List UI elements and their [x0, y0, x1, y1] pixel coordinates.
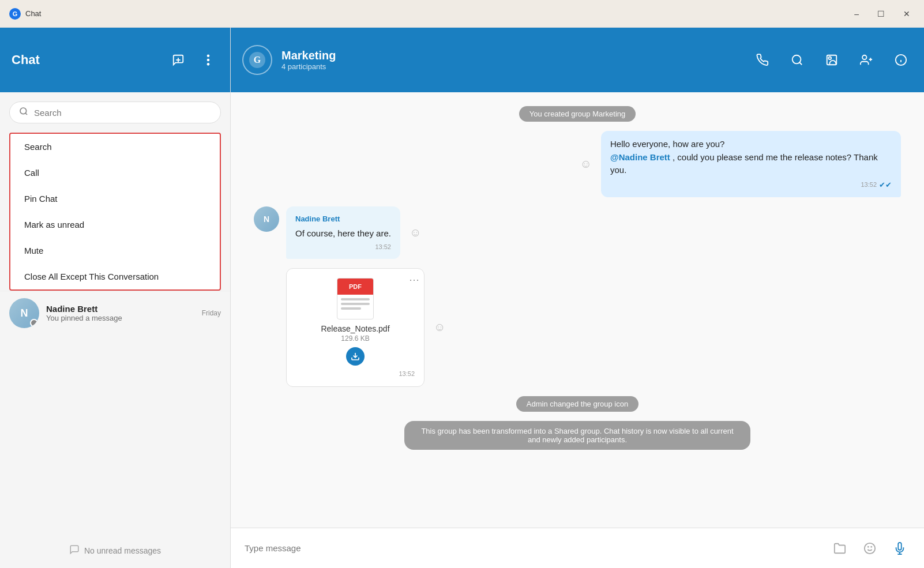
context-menu-pin[interactable]: Pin Chat [10, 186, 220, 212]
mention: @Nadine Brett [610, 152, 670, 162]
avatar: N [9, 298, 39, 328]
context-menu-mute[interactable]: Mute [10, 238, 220, 264]
message-sender: Nadine Brett [295, 213, 391, 225]
context-menu-mark-unread[interactable]: Mark as unread [10, 212, 220, 238]
chat-meta: Friday [202, 309, 221, 317]
emoji-reaction-button[interactable]: ☺ [578, 155, 594, 173]
chat-preview: You pinned a message [46, 314, 195, 322]
sidebar-title: Chat [12, 52, 40, 67]
group-avatar: G [242, 45, 272, 75]
app-container: Chat [0, 28, 924, 568]
message-row-own: ☺ Hello everyone, how are you? @Nadine B… [254, 131, 901, 197]
pdf-label: PDF [337, 279, 373, 295]
sidebar-header-icons [168, 50, 219, 70]
message-time: 13:52 [295, 242, 391, 252]
svg-point-5 [20, 108, 27, 114]
context-menu-search[interactable]: Search [10, 134, 220, 160]
emoji-reaction-button-2[interactable]: ☺ [407, 224, 423, 242]
file-bubble: ⋯ PDF Release_Notes.pdf 129.6 KB [286, 268, 425, 387]
svg-point-9 [792, 55, 801, 64]
call-button[interactable] [751, 48, 774, 72]
add-participant-button[interactable] [855, 48, 878, 72]
participant-count: 4 participants [281, 62, 742, 71]
sidebar-header: Chat [0, 28, 230, 92]
svg-point-12 [829, 57, 832, 60]
avatar-initials: N [254, 206, 279, 232]
titlebar-title: Chat [25, 9, 850, 18]
online-indicator [30, 319, 38, 327]
new-chat-button[interactable] [168, 50, 189, 70]
message-bubble-other: Nadine Brett Of course, here they are. 1… [286, 206, 400, 259]
titlebar: G Chat – ☐ ✕ [0, 0, 924, 28]
avatar-nadine: N [254, 206, 279, 232]
chat-header-actions [751, 48, 912, 72]
titlebar-controls: – ☐ ✕ [850, 7, 915, 21]
file-message-row: ⋯ PDF Release_Notes.pdf 129.6 KB [254, 268, 901, 387]
message-row-other: N Nadine Brett Of course, here they are.… [254, 206, 901, 259]
svg-text:G: G [254, 55, 261, 65]
message-time: 13:52 ✔✔ [610, 179, 892, 191]
message-input-area [231, 528, 924, 568]
chat-info: Nadine Brett You pinned a message [46, 304, 195, 322]
chat-header-info: Marketing 4 participants [281, 49, 742, 71]
context-menu-call[interactable]: Call [10, 160, 220, 186]
svg-point-4 [207, 63, 210, 66]
microphone-button[interactable] [889, 538, 910, 559]
info-button[interactable] [889, 48, 912, 72]
message-bubble-own: Hello everyone, how are you? @Nadine Bre… [601, 131, 901, 197]
app-logo: G [9, 8, 21, 20]
svg-point-2 [207, 54, 210, 57]
message-text: Of course, here they are. [295, 227, 391, 240]
no-unread-text: No unread messages [84, 546, 161, 555]
participants-button[interactable] [820, 48, 843, 72]
system-notification-created: You created group Marketing [254, 106, 901, 122]
svg-rect-11 [827, 55, 837, 65]
svg-point-3 [207, 59, 210, 62]
group-name: Marketing [281, 49, 742, 62]
shared-group-badge: This group has been transformed into a S… [404, 421, 750, 450]
icon-changed-badge: Admin changed the group icon [516, 396, 638, 412]
pdf-preview [337, 295, 373, 315]
maximize-button[interactable]: ☐ [873, 7, 889, 21]
search-chat-button[interactable] [786, 48, 809, 72]
search-container [0, 92, 230, 133]
context-menu: Search Call Pin Chat Mark as unread Mute… [9, 133, 221, 291]
sidebar: Chat [0, 28, 231, 568]
search-bar [9, 101, 221, 123]
messages-area: You created group Marketing ☺ Hello ever… [231, 92, 924, 528]
more-options-button[interactable] [198, 50, 219, 70]
read-check-icon: ✔✔ [879, 179, 892, 191]
download-button[interactable] [346, 347, 365, 366]
file-time: 13:52 [296, 370, 415, 377]
no-unread-section: No unread messages [0, 533, 230, 568]
chat-header: G Marketing 4 participants [231, 28, 924, 92]
svg-line-6 [25, 113, 27, 115]
chat-list-item[interactable]: N Nadine Brett You pinned a message Frid… [0, 291, 230, 335]
emoji-reaction-button-3[interactable]: ☺ [431, 318, 448, 336]
pdf-body: PDF [337, 278, 374, 319]
svg-line-10 [799, 62, 802, 65]
close-button[interactable]: ✕ [899, 7, 915, 21]
search-icon [19, 107, 28, 118]
chat-main: G Marketing 4 participants [231, 28, 924, 568]
file-name: Release_Notes.pdf [296, 324, 415, 333]
chat-name: Nadine Brett [46, 304, 195, 314]
created-group-badge: You created group Marketing [519, 106, 636, 122]
message-input[interactable] [245, 543, 820, 553]
emoji-button[interactable] [859, 538, 880, 559]
pdf-icon: PDF [337, 278, 374, 319]
file-size: 129.6 KB [296, 334, 415, 343]
minimize-button[interactable]: – [850, 7, 863, 21]
message-text: Hello everyone, how are you? @Nadine Bre… [610, 138, 892, 177]
search-input[interactable] [34, 108, 211, 118]
file-more-button[interactable]: ⋯ [409, 273, 419, 286]
folder-button[interactable] [829, 538, 850, 559]
svg-point-13 [862, 55, 866, 59]
no-unread-icon [69, 544, 80, 556]
svg-point-20 [865, 543, 875, 553]
system-notification-shared: This group has been transformed into a S… [254, 421, 901, 450]
context-menu-close-all[interactable]: Close All Except This Conversation [10, 264, 220, 289]
system-notification-icon: Admin changed the group icon [254, 396, 901, 412]
